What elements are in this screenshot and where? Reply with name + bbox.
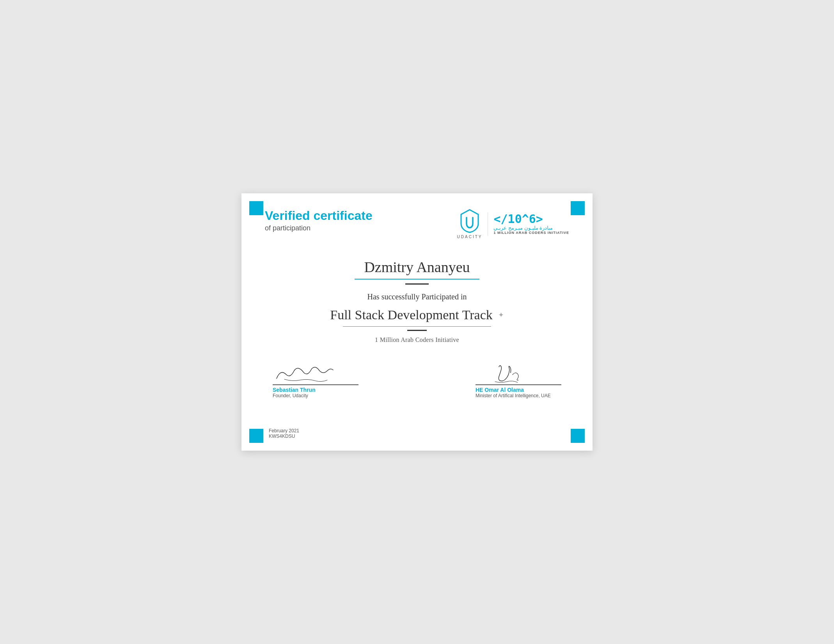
- signature-olama-svg: [476, 363, 538, 384]
- verified-subtitle: of participation: [265, 224, 373, 232]
- signature-block-olama: HE Omar Al Olama Minister of Artifical I…: [476, 363, 561, 398]
- track-icon: ✦: [498, 311, 504, 319]
- signature-block-thrun: Sebastian Thrun Founder, Udacity: [273, 363, 358, 398]
- signer2-title: Minister of Artifical Intelligence, UAE: [476, 393, 551, 398]
- initiative-text: 1 Million Arab Coders Initiative: [375, 336, 459, 343]
- corner-decoration-br: [571, 429, 585, 443]
- udacity-icon: [460, 209, 480, 233]
- verified-title: Verified certificate: [265, 209, 373, 223]
- footer-code: KWS4KDSU: [269, 433, 299, 439]
- short-divider-2: [407, 330, 427, 331]
- recipient-name: Dzmitry Ananyeu: [364, 258, 470, 276]
- participation-text: Has successfully Participated in: [367, 292, 467, 301]
- logo-divider: [488, 212, 488, 236]
- verified-section: Verified certificate of participation: [265, 209, 373, 232]
- arab-coders-arabic: مبادرة مليـون مبـرمج عربـي: [493, 225, 553, 231]
- udacity-label: UDACITY: [457, 235, 483, 239]
- track-name: Full Stack Development Track: [330, 308, 492, 322]
- signatures-section: Sebastian Thrun Founder, Udacity HE Omar…: [265, 363, 569, 398]
- track-name-row: Full Stack Development Track ✦: [330, 308, 504, 322]
- arab-coders-english: 1 MILLION ARAB CODERS INITIATIVE: [493, 231, 569, 235]
- main-content: Dzmitry Ananyeu Has successfully Partici…: [265, 258, 569, 343]
- corner-decoration-bl: [249, 429, 263, 443]
- name-divider: [355, 279, 479, 280]
- signer1-name: Sebastian Thrun: [273, 387, 316, 393]
- signature-line-thrun: [273, 384, 358, 385]
- corner-decoration-tr: [571, 201, 585, 215]
- certificate-footer: February 2021 KWS4KDSU: [269, 428, 299, 439]
- certificate-header: Verified certificate of participation UD…: [265, 209, 569, 239]
- footer-date: February 2021: [269, 428, 299, 433]
- track-divider: [343, 326, 491, 327]
- arab-coders-logo: </10^6> مبادرة مليـون مبـرمج عربـي 1 MIL…: [493, 213, 569, 235]
- udacity-logo: UDACITY: [457, 209, 483, 239]
- corner-decoration-tl: [249, 201, 263, 215]
- signature-thrun-svg: [273, 363, 335, 384]
- signature-line-olama: [476, 384, 561, 385]
- short-divider-1: [405, 283, 429, 285]
- certificate: Verified certificate of participation UD…: [241, 193, 593, 451]
- logo-section: UDACITY </10^6> مبادرة مليـون مبـرمج عرب…: [457, 209, 569, 239]
- signer2-name: HE Omar Al Olama: [476, 387, 524, 393]
- arab-coders-badge: </10^6>: [493, 213, 543, 225]
- signer1-title: Founder, Udacity: [273, 393, 308, 398]
